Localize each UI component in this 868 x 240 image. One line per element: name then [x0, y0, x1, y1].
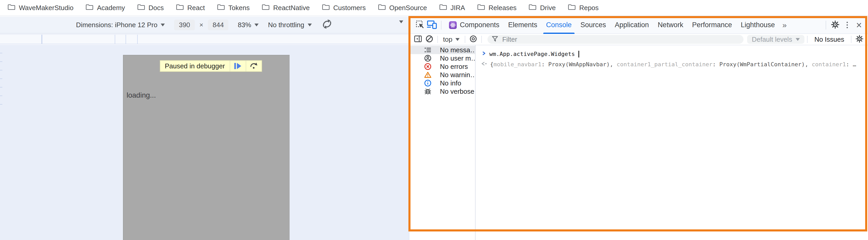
info-icon	[424, 79, 432, 87]
ruler-tick	[41, 35, 42, 44]
preview-segment: :	[712, 61, 719, 68]
toggle-device-toolbar-button[interactable]	[426, 19, 438, 31]
folder-icon	[378, 4, 386, 12]
bookmark-jira[interactable]: JIRA	[439, 4, 465, 12]
step-over-icon	[250, 62, 258, 71]
bookmark-opensource[interactable]: OpenSource	[378, 4, 427, 12]
throttling-selector[interactable]: No throttling	[268, 21, 312, 29]
throttling-value: No throttling	[268, 21, 304, 29]
devtools-settings-button[interactable]	[829, 19, 841, 31]
preview-segment: ,	[805, 61, 812, 68]
bookmark-wavemakerstudio[interactable]: WaveMakerStudio	[8, 4, 73, 12]
sidebar-item-label: No user m…	[440, 54, 475, 62]
ruler-tick	[126, 35, 126, 44]
bookmark-react[interactable]: React	[176, 4, 205, 12]
sidebar-item-label: No verbose	[440, 87, 474, 96]
paused-banner-label: Paused in debugger	[160, 60, 230, 72]
javascript-context-selector[interactable]: top	[440, 35, 462, 44]
ruler-tick	[0, 78, 2, 79]
page-viewport-area: loading... Paused in debugger	[0, 45, 409, 240]
bookmark-label: Academy	[97, 4, 125, 12]
toggle-console-sidebar-button[interactable]	[412, 34, 424, 44]
return-value-icon	[480, 61, 488, 68]
sidebar-item-verbose[interactable]: No verbose	[409, 87, 475, 96]
react-devtools-icon	[449, 21, 457, 29]
tab-network[interactable]: Network	[653, 17, 688, 33]
log-levels-value: Default levels	[752, 35, 792, 44]
kebab-menu-icon	[846, 22, 848, 28]
tab-application[interactable]: Application	[611, 17, 653, 33]
sidebar-item-label: No errors	[440, 63, 468, 71]
bookmark-academy[interactable]: Academy	[86, 4, 125, 12]
zoom-selector[interactable]: 83%	[238, 21, 258, 29]
sidebar-item-label: No messa…	[440, 46, 475, 54]
viewport-height-field[interactable]: 844	[208, 20, 228, 30]
tab-label: Console	[546, 21, 572, 29]
console-filter-box[interactable]	[488, 35, 743, 44]
warning-icon	[424, 71, 432, 79]
chevron-down-icon	[456, 38, 460, 41]
bookmark-label: React	[187, 4, 205, 12]
tab-performance[interactable]: Performance	[688, 17, 737, 33]
folder-icon	[8, 4, 16, 12]
create-live-expression-button[interactable]	[468, 34, 479, 44]
sidebar-item-user-messages[interactable]: No user m…	[409, 54, 475, 62]
devtools-menu-button[interactable]	[841, 19, 853, 31]
paused-in-debugger-banner: Paused in debugger	[160, 60, 262, 72]
sidebar-item-all-messages[interactable]: No messa…	[409, 46, 475, 54]
chevron-down-icon	[399, 21, 403, 31]
ruler-tick	[0, 53, 2, 53]
tab-lighthouse[interactable]: Lighthouse	[736, 17, 779, 33]
device-toolbar-more-button[interactable]	[399, 23, 403, 31]
rotate-button[interactable]	[321, 19, 333, 31]
sidebar-item-warnings[interactable]: No warnin…	[409, 71, 475, 79]
chevron-down-icon	[796, 38, 800, 41]
tab-label: Performance	[692, 21, 732, 29]
bookmark-drive[interactable]: Drive	[529, 4, 556, 12]
device-selector[interactable]: Dimensions: iPhone 12 Pro	[76, 21, 165, 29]
console-settings-button[interactable]	[854, 34, 865, 44]
gear-icon	[831, 21, 839, 30]
preview-segment: Proxy(WmAppNavbar)	[548, 61, 610, 68]
bookmark-label: Docs	[149, 4, 164, 12]
tab-label: Elements	[508, 21, 537, 29]
bookmark-tokens[interactable]: Tokens	[217, 4, 250, 12]
inspect-element-button[interactable]	[414, 19, 426, 31]
bug-icon	[424, 87, 432, 95]
preview-segment: mobile_navbar1	[493, 61, 541, 68]
clear-console-button[interactable]	[424, 34, 435, 44]
divider	[851, 36, 851, 43]
resume-script-button[interactable]	[230, 60, 246, 72]
tab-components[interactable]: Components	[444, 17, 504, 33]
eye-icon	[469, 35, 477, 44]
text-cursor	[579, 51, 579, 57]
sidebar-item-errors[interactable]: No errors	[409, 62, 475, 71]
resume-icon	[234, 63, 236, 69]
tab-console[interactable]: Console	[542, 17, 576, 33]
console-prompt[interactable]: wm.App.activePage.Widgets	[475, 45, 868, 57]
bookmark-docs[interactable]: Docs	[137, 4, 164, 12]
log-levels-selector[interactable]: Default levels	[747, 35, 804, 44]
divider	[441, 21, 441, 29]
close-devtools-button[interactable]: ×	[853, 19, 865, 31]
bookmark-customers[interactable]: Customers	[322, 4, 366, 12]
error-icon	[424, 63, 432, 71]
divider	[437, 36, 438, 43]
tab-elements[interactable]: Elements	[504, 17, 542, 33]
tab-sources[interactable]: Sources	[576, 17, 611, 33]
filter-funnel-icon	[492, 36, 498, 43]
bookmark-repos[interactable]: Repos	[568, 4, 598, 12]
step-over-button[interactable]	[246, 60, 262, 72]
bookmark-reactnative[interactable]: ReactNative	[262, 4, 310, 12]
issues-counter[interactable]: No Issues	[814, 35, 844, 44]
viewport-width-field[interactable]: 390	[174, 20, 194, 30]
bookmark-label: Customers	[333, 4, 366, 12]
bookmark-label: JIRA	[451, 4, 465, 12]
screenshot-stage: WaveMakerStudio Academy Docs React Token…	[0, 0, 868, 240]
sidebar-item-info[interactable]: No info	[409, 79, 475, 87]
filter-input[interactable]	[502, 35, 739, 44]
more-tabs-button[interactable]: »	[779, 21, 790, 29]
device-toolbar-icon	[427, 20, 437, 30]
bookmark-releases[interactable]: Releases	[477, 4, 517, 12]
resume-icon	[237, 63, 241, 69]
